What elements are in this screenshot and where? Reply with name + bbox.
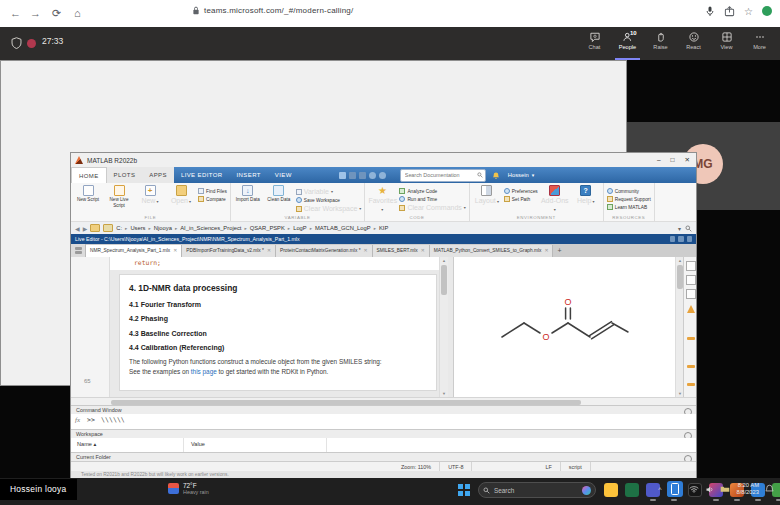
layout-button[interactable]: Layout [473,185,501,214]
tray-folder-icon[interactable] [720,485,730,493]
react-button[interactable]: React [677,29,710,60]
more-button[interactable]: More [743,29,776,60]
scrollbar-thumb[interactable] [111,400,581,405]
browser-back-icon[interactable]: ← [10,6,21,20]
taskbar-weather-widget[interactable]: 72°F Heavy rain [168,482,209,495]
save-icon[interactable] [339,172,346,179]
minimize-button[interactable]: – [657,156,661,164]
browser-forward-icon[interactable]: → [30,6,41,20]
warning-line-marker[interactable] [687,365,695,368]
taskbar-clock[interactable]: 8:20 AM 8/8/2023 [736,482,759,496]
browser-reload-icon[interactable]: ⟳ [52,6,61,20]
help-button[interactable]: ?Help [572,185,600,214]
matlab-titlebar[interactable]: MATLAB R2022b – □ ✕ [71,153,696,168]
command-window-header[interactable]: Command Window [71,405,696,414]
tab-apps[interactable]: APPS [142,167,174,183]
close-tab-icon[interactable]: ✕ [421,245,425,257]
notifications-bell-icon[interactable] [765,484,774,494]
close-button[interactable]: ✕ [685,156,690,164]
share-icon[interactable] [724,6,735,17]
find-files-button[interactable]: Find Files [198,188,227,194]
learn-matlab-button[interactable]: Learn MATLAB [607,204,651,210]
new-script-button[interactable]: New Script [74,185,102,214]
copy-icon[interactable] [359,172,366,179]
warning-marker-icon[interactable] [687,305,695,313]
raise-hand-button[interactable]: Raise [644,29,677,60]
workspace-table[interactable]: Name ▴ Value [71,438,696,452]
doc-tab-nmr[interactable]: NMR_Spectrum_Analysis_Part_1.mlx✕ [86,245,182,257]
add-ons-button[interactable]: Add-Ons [541,185,569,214]
extension-icon[interactable] [762,6,772,16]
user-menu[interactable]: Hossein [508,172,534,178]
view-button[interactable]: View [710,29,743,60]
clear-workspace-button[interactable]: Clear Workspace [296,205,362,212]
browser-home-icon[interactable]: ⌂ [74,6,81,20]
maximize-button[interactable]: □ [671,156,675,164]
favorites-button[interactable]: ★Favorites [368,185,396,214]
document-section[interactable]: 4. 1D-NMR data processing 4.1 Fourier Tr… [119,274,437,391]
people-button[interactable]: 10 People [611,29,644,60]
folder-search-icon[interactable] [685,225,692,232]
active-share-icon[interactable] [667,481,683,497]
set-path-button[interactable]: Set Path [504,196,538,202]
preferences-button[interactable]: Preferences [504,188,538,194]
volume-icon[interactable] [705,485,714,494]
start-button[interactable] [458,484,470,496]
workspace-header[interactable]: Workspace [71,429,696,438]
tab-live-editor[interactable]: LIVE EDITOR [174,167,230,183]
editor-gutter-controls[interactable] [71,244,86,257]
analyze-code-button[interactable]: Analyze Code [399,188,465,194]
back-nav-icon[interactable]: ◀ [75,225,80,232]
warning-line-marker[interactable] [687,337,695,340]
quick-access-toolbar[interactable] [339,172,386,179]
new-live-script-button[interactable]: New Live Script [105,185,133,214]
up-folder-icon[interactable] [103,224,113,232]
notification-bell-icon[interactable] [492,171,500,180]
column-header-value[interactable]: Value [191,441,205,447]
scrollbar-thumb[interactable] [441,265,447,295]
chat-button[interactable]: Chat [578,29,611,60]
clear-commands-button[interactable]: Clear Commands [399,204,465,211]
excel-icon[interactable] [625,483,639,497]
new-document-tab-button[interactable]: + [553,245,565,257]
warning-line-marker[interactable] [687,383,695,386]
breadcrumb[interactable]: C: Users Njooya AI_in_Sciences_Project Q… [116,225,394,231]
undo-icon[interactable] [369,172,376,179]
tab-home[interactable]: HOME [71,167,107,183]
bookmark-star-icon[interactable]: ☆ [744,6,753,17]
mic-permission-icon[interactable] [705,5,715,17]
doc-tab-pdb-import[interactable]: PDBImportForTrainingData_v2.mlx *✕ [182,245,276,257]
panel-toggle-icon[interactable] [686,261,696,271]
panel-toggle-icon[interactable] [686,275,696,285]
close-tab-icon[interactable]: ✕ [544,245,548,257]
open-button[interactable]: Open [167,185,195,214]
document-scrollbar[interactable]: ▲ ▼ [439,257,448,397]
command-window[interactable]: fx >> \\\\\\ [71,414,696,429]
file-explorer-icon[interactable] [604,483,618,497]
close-tab-icon[interactable]: ✕ [173,245,177,257]
redo-icon[interactable] [379,172,386,179]
close-tab-icon[interactable]: ✕ [267,245,271,257]
live-editor-titlebar[interactable]: Live Editor - C:\Users\Njooya\AI_in_Scie… [71,234,696,244]
request-support-button[interactable]: Request Support [607,196,651,202]
doc-tab-convert-smiles[interactable]: MATLAB_Python_Convert_SMILES_to_Graph.ml… [430,245,554,257]
matlab-window[interactable]: MATLAB R2022b – □ ✕ HOME PLOTS APPS LIVE… [70,152,697,478]
close-tab-icon[interactable]: ✕ [364,245,368,257]
address-bar[interactable]: teams.microsoft.com/_#/modern-calling/ [192,6,353,15]
live-editor-canvas[interactable]: 65 return; 4. 1D-NMR data processing 4.1… [71,257,696,397]
new-button[interactable]: +New [136,185,164,214]
code-line[interactable]: return; [110,257,447,270]
doc-tab-smiles-bert[interactable]: SMILES_BERT.mlx✕ [373,245,430,257]
this-page-link[interactable]: this page [191,368,217,375]
current-folder-header[interactable]: Current Folder [71,452,696,461]
hidden-icons-caret[interactable]: ^ [658,486,661,493]
forward-nav-icon[interactable]: ▶ [83,225,88,232]
wifi-icon[interactable] [689,485,699,493]
tab-insert[interactable]: INSERT [230,167,268,183]
save-workspace-button[interactable]: Save Workspace [296,197,362,203]
run-and-time-button[interactable]: Run and Time [399,196,465,202]
figure-pane[interactable]: O O [453,257,676,397]
path-dropdown-icon[interactable]: ▾ [678,225,681,232]
documentation-search[interactable] [400,169,486,182]
doc-tab-protein-contact[interactable]: ProteinContactMatrixGeneration.mlx *✕ [276,245,373,257]
